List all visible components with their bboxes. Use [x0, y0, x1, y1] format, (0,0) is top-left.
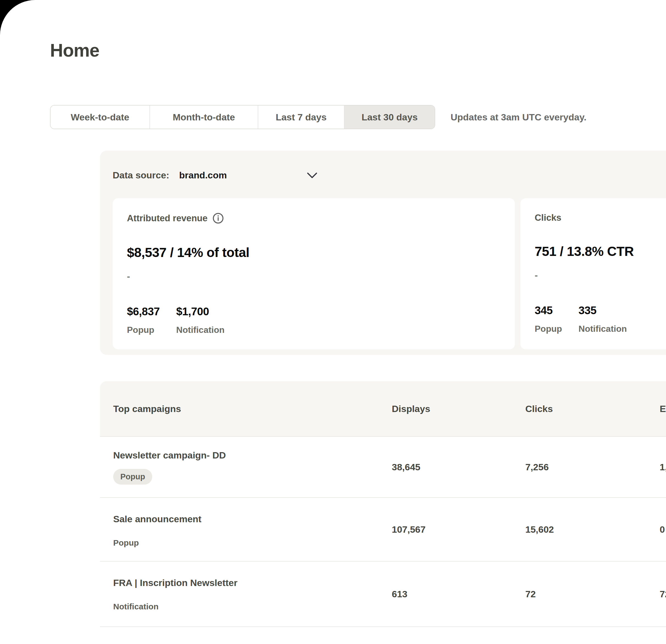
revenue-notification-value: $1,700: [176, 306, 225, 318]
clicks-value: 751 / 13.8% CTR: [534, 244, 652, 259]
stat-cards-row: Attributed revenue $8,537 / 14% of total…: [113, 198, 666, 349]
tab-week-to-date[interactable]: Week-to-date: [51, 106, 150, 129]
date-range-tabs-row: Week-to-date Month-to-date Last 7 days L…: [50, 105, 666, 129]
tab-month-to-date[interactable]: Month-to-date: [150, 106, 258, 129]
campaign-name: Sale announcement: [113, 514, 392, 524]
clicks-value: 72: [525, 589, 660, 599]
attributed-revenue-delta: -: [127, 271, 501, 282]
clicks-card-title: Clicks: [534, 212, 561, 223]
info-icon[interactable]: [212, 212, 224, 224]
column-clicks: Clicks: [525, 403, 660, 414]
column-emails: Emails: [660, 403, 666, 414]
revenue-popup-stat: $6,837 Popup: [127, 306, 160, 335]
stats-panel: Data source: brand.com Attributed revenu…: [100, 151, 666, 355]
attributed-revenue-title: Attributed revenue: [127, 213, 207, 224]
table-row[interactable]: Newsletter campaign- DD Popup 38,645 7,2…: [100, 437, 666, 498]
displays-value: 107,567: [392, 524, 525, 535]
table-row[interactable]: FRA | Inscription Newsletter Notificatio…: [100, 561, 666, 627]
column-top-campaigns: Top campaigns: [113, 403, 392, 414]
campaign-name: FRA | Inscription Newsletter: [113, 577, 392, 588]
clicks-delta: -: [534, 270, 652, 281]
table-row[interactable]: Sale announcement Popup 107,567 15,602 0: [100, 498, 666, 561]
revenue-notification-stat: $1,700 Notification: [176, 306, 225, 335]
clicks-popup-value: 345: [534, 304, 562, 317]
data-source-label: Data source:: [113, 170, 169, 180]
clicks-popup-stat: 345 Popup: [534, 304, 562, 334]
clicks-notification-value: 335: [579, 304, 627, 317]
clicks-notification-label: Notification: [579, 324, 627, 334]
data-source-value: brand.com: [179, 170, 227, 180]
column-displays: Displays: [392, 403, 525, 414]
clicks-value: 15,602: [525, 524, 660, 535]
emails-value: 1,812: [660, 462, 666, 472]
tab-last-30-days[interactable]: Last 30 days: [344, 106, 435, 129]
data-source-select[interactable]: Data source: brand.com: [113, 170, 318, 180]
updates-note: Updates at 3am UTC everyday.: [451, 112, 586, 123]
top-campaigns-table: Top campaigns Displays Clicks Emails New…: [100, 381, 666, 627]
clicks-card: Clicks 751 / 13.8% CTR - 345 Popup 335 N…: [520, 198, 666, 349]
emails-value: 0: [660, 524, 666, 535]
revenue-notification-label: Notification: [176, 325, 225, 335]
dashboard-page: Home Week-to-date Month-to-date Last 7 d…: [0, 0, 666, 644]
campaign-name: Newsletter campaign- DD: [113, 450, 392, 461]
table-header: Top campaigns Displays Clicks Emails: [100, 381, 666, 437]
emails-value: 72: [660, 589, 666, 599]
displays-value: 613: [392, 589, 525, 599]
revenue-popup-value: $6,837: [127, 306, 160, 318]
campaign-type-label: Popup: [113, 538, 392, 547]
campaign-type-badge: Popup: [113, 469, 152, 485]
clicks-popup-label: Popup: [534, 324, 562, 334]
clicks-notification-stat: 335 Notification: [579, 304, 627, 334]
clicks-value: 7,256: [525, 462, 660, 472]
date-range-tab-group: Week-to-date Month-to-date Last 7 days L…: [50, 105, 435, 129]
displays-value: 38,645: [392, 462, 525, 472]
page-title: Home: [50, 41, 666, 59]
campaign-type-label: Notification: [113, 602, 392, 611]
revenue-popup-label: Popup: [127, 325, 160, 335]
tab-last-7-days[interactable]: Last 7 days: [258, 106, 344, 129]
attributed-revenue-value: $8,537 / 14% of total: [127, 245, 501, 260]
chevron-down-icon: [306, 172, 318, 179]
attributed-revenue-card: Attributed revenue $8,537 / 14% of total…: [113, 198, 515, 349]
